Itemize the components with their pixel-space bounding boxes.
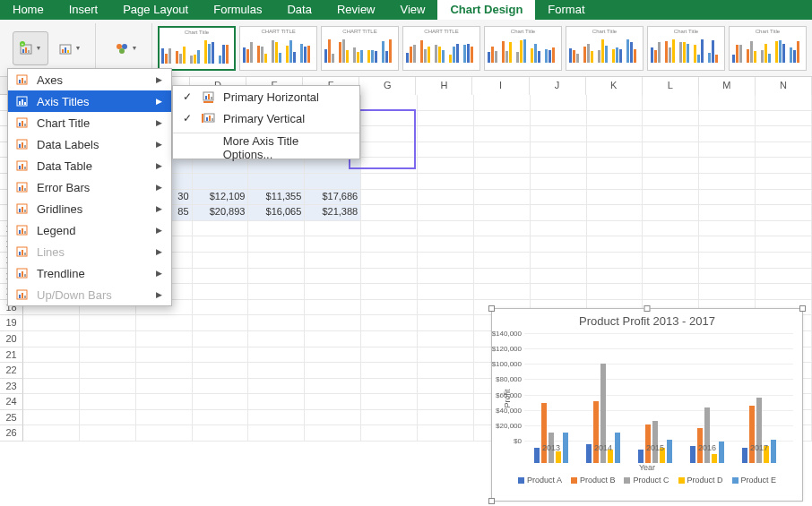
cell[interactable] [531, 111, 587, 127]
chart-legend[interactable]: Product AProduct BProduct CProduct DProd… [492, 472, 802, 488]
cell[interactable] [531, 253, 587, 269]
cell[interactable] [643, 236, 699, 253]
tab-review[interactable]: Review [324, 0, 388, 20]
chart-resize-handle[interactable] [799, 305, 806, 312]
cell[interactable] [80, 347, 136, 364]
cell[interactable] [756, 205, 812, 221]
cell[interactable] [136, 379, 193, 395]
cell[interactable] [305, 269, 361, 285]
cell[interactable] [193, 221, 249, 237]
cell[interactable] [361, 425, 418, 442]
cell[interactable] [418, 205, 474, 221]
row-header[interactable]: 21 [0, 347, 23, 364]
bar[interactable] [712, 454, 717, 463]
bar[interactable] [742, 448, 747, 463]
cell[interactable] [531, 174, 587, 190]
cell[interactable] [361, 363, 418, 379]
cell[interactable] [418, 425, 474, 442]
cell[interactable] [474, 95, 531, 111]
cell[interactable] [587, 284, 644, 300]
cell[interactable] [418, 221, 474, 237]
tab-formulas[interactable]: Formulas [201, 0, 274, 20]
chart-style-thumb[interactable]: CHART TITLE [321, 26, 399, 71]
cell[interactable] [361, 236, 418, 253]
row-header[interactable]: 24 [0, 394, 23, 410]
menu-item-data-labels[interactable]: Data Labels▶ [8, 133, 171, 155]
cell[interactable] [643, 284, 699, 300]
cell[interactable] [474, 158, 531, 174]
chart-style-thumb[interactable]: CHART TITLE [402, 26, 480, 71]
column-header[interactable]: H [416, 77, 472, 95]
menu-item-primary-vertical[interactable]: ✓ Primary Vertical [173, 107, 359, 129]
cell[interactable] [756, 95, 812, 111]
cell[interactable] [23, 363, 80, 379]
cell[interactable] [474, 111, 531, 127]
cell[interactable] [136, 425, 193, 442]
cell[interactable] [531, 158, 587, 174]
cell[interactable] [305, 379, 361, 395]
menu-item-legend[interactable]: Legend▶ [8, 219, 171, 241]
column-header[interactable]: K [586, 77, 643, 95]
cell[interactable] [193, 410, 249, 426]
cell[interactable] [474, 190, 531, 206]
cell[interactable] [361, 300, 418, 316]
cell[interactable] [418, 363, 474, 379]
cell[interactable] [699, 158, 756, 174]
cell[interactable] [756, 190, 812, 206]
cell[interactable] [531, 236, 587, 253]
cell[interactable] [643, 95, 699, 111]
tab-chart-design[interactable]: Chart Design [437, 0, 535, 20]
cell[interactable] [418, 379, 474, 395]
column-header[interactable]: I [472, 77, 529, 95]
cell[interactable] [193, 379, 249, 395]
cell[interactable] [418, 331, 474, 347]
tab-format[interactable]: Format [535, 0, 597, 20]
cell[interactable] [699, 174, 756, 190]
cell[interactable] [699, 126, 756, 142]
cell[interactable] [474, 221, 531, 237]
cell[interactable] [699, 190, 756, 206]
menu-item-gridlines[interactable]: Gridlines▶ [8, 198, 171, 219]
cell[interactable] [531, 126, 587, 142]
bar[interactable] [593, 401, 599, 463]
cell[interactable] [193, 269, 249, 285]
cell[interactable] [418, 315, 474, 331]
cell[interactable] [474, 205, 531, 221]
menu-item-trendline[interactable]: Trendline▶ [8, 262, 171, 284]
bar[interactable] [541, 403, 547, 463]
row-header[interactable]: 26 [0, 425, 23, 442]
cell[interactable] [193, 347, 249, 364]
cell[interactable] [361, 253, 418, 269]
cell[interactable] [474, 142, 531, 159]
cell[interactable] [193, 394, 249, 410]
cell[interactable] [418, 236, 474, 253]
cell[interactable] [756, 236, 812, 253]
cell[interactable] [136, 363, 193, 379]
cell[interactable] [305, 300, 361, 316]
tab-home[interactable]: Home [0, 0, 56, 20]
bar[interactable] [704, 407, 710, 463]
cell[interactable] [305, 315, 361, 331]
column-header[interactable]: L [643, 77, 699, 95]
cell[interactable]: $17,686 [305, 190, 361, 206]
cell[interactable] [361, 394, 418, 410]
column-header[interactable]: N [756, 77, 812, 95]
cell[interactable] [248, 410, 305, 426]
cell[interactable] [305, 284, 361, 300]
bar[interactable] [586, 444, 592, 463]
cell[interactable] [756, 221, 812, 237]
bar[interactable] [563, 433, 568, 463]
bar[interactable] [556, 451, 561, 463]
cell[interactable] [80, 315, 136, 331]
cell[interactable] [248, 221, 305, 237]
bar[interactable] [749, 406, 755, 463]
cell[interactable] [699, 95, 756, 111]
legend-item[interactable]: Product B [571, 476, 616, 485]
cell[interactable] [531, 269, 587, 285]
cell[interactable] [193, 425, 249, 442]
row-header[interactable]: 25 [0, 410, 23, 426]
cell[interactable] [248, 331, 305, 347]
menu-item-data-table[interactable]: Data Table▶ [8, 155, 171, 176]
cell[interactable] [587, 111, 644, 127]
cell[interactable] [361, 315, 418, 331]
